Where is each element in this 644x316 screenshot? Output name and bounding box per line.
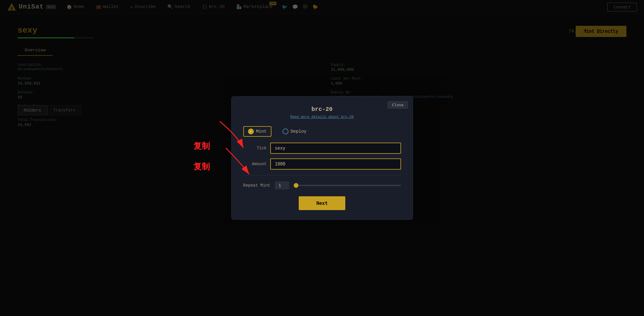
next-button[interactable]: Next bbox=[299, 196, 345, 210]
modal-overlay: Close brc-20 Read more details about brc… bbox=[0, 0, 644, 316]
check-icon: ✓ bbox=[250, 129, 252, 134]
radio-row: ✓ Mint Deploy bbox=[243, 126, 401, 137]
repeat-row: Repeat Mint bbox=[243, 182, 401, 189]
tick-row: Tick bbox=[243, 143, 401, 154]
amount-input[interactable] bbox=[270, 158, 401, 170]
deploy-label: Deploy bbox=[291, 129, 307, 134]
amount-row: Amount bbox=[243, 158, 401, 170]
tick-input[interactable] bbox=[270, 143, 401, 154]
repeat-label: Repeat Mint bbox=[243, 183, 270, 188]
tick-label: Tick bbox=[243, 146, 267, 151]
repeat-slider[interactable] bbox=[294, 185, 401, 186]
modal: Close brc-20 Read more details about brc… bbox=[231, 96, 413, 220]
annotation-copy2: 复制 bbox=[193, 161, 210, 172]
mint-label: Mint bbox=[256, 129, 267, 134]
annotation-copy1: 复制 bbox=[193, 141, 210, 152]
amount-label: Amount bbox=[243, 162, 267, 166]
annotation-arrow1 bbox=[202, 119, 249, 154]
mint-radio[interactable]: ✓ bbox=[248, 129, 254, 134]
repeat-input[interactable] bbox=[275, 182, 289, 189]
modal-title: brc-20 bbox=[243, 106, 401, 113]
modal-details-link[interactable]: Read more details about brc-20 bbox=[243, 115, 401, 119]
modal-close-button[interactable]: Close bbox=[388, 101, 408, 109]
divider bbox=[243, 175, 401, 176]
deploy-radio[interactable] bbox=[283, 129, 288, 134]
mint-option[interactable]: ✓ Mint bbox=[243, 126, 271, 137]
deploy-option[interactable]: Deploy bbox=[278, 127, 311, 136]
